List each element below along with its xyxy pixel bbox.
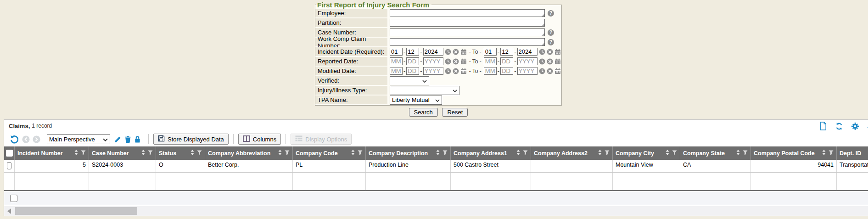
modified-to-yyyy[interactable] (517, 67, 538, 75)
footer-checkbox[interactable] (10, 195, 17, 202)
incident-to-mm[interactable] (484, 48, 497, 56)
filter-funnel-icon[interactable] (442, 150, 448, 157)
reported-to-mm[interactable] (484, 57, 497, 65)
select-all-checkbox[interactable] (6, 150, 13, 157)
column-header-company-address1[interactable]: Company Address1 (450, 146, 531, 160)
claims-actions (819, 122, 868, 130)
clear-icon[interactable] (547, 49, 553, 55)
sort-icon[interactable] (190, 150, 194, 157)
incident-to-yyyy[interactable] (517, 48, 538, 56)
help-icon[interactable]: ? (548, 10, 554, 17)
scrollbar-thumb[interactable] (15, 207, 137, 215)
filter-funnel-icon[interactable] (285, 150, 290, 157)
help-icon[interactable]: ? (548, 39, 554, 45)
column-header-company-code[interactable]: Company Code (292, 146, 365, 160)
new-document-icon[interactable] (819, 122, 827, 130)
lock-icon[interactable] (134, 135, 141, 143)
sort-icon[interactable] (822, 150, 826, 157)
sort-icon[interactable] (436, 150, 440, 157)
modified-from-dd[interactable] (406, 67, 419, 75)
sort-icon[interactable] (666, 150, 669, 157)
column-header-company-postal-code[interactable]: Company Postal Code (750, 146, 836, 160)
column-header-company-description[interactable]: Company Description (365, 146, 450, 160)
column-header-company-abbreviation[interactable]: Company Abbreviation (205, 146, 292, 160)
reported-from-yyyy[interactable] (423, 57, 443, 65)
edit-pencil-icon[interactable] (114, 135, 122, 143)
row-checkbox[interactable] (7, 162, 11, 169)
columns-button[interactable]: Columns (238, 134, 281, 145)
perspective-select[interactable]: Main Perspective (47, 134, 110, 144)
filter-funnel-icon[interactable] (197, 150, 202, 157)
reported-from-mm[interactable] (390, 57, 403, 65)
scroll-left-arrow-icon[interactable] (7, 208, 11, 214)
clock-icon[interactable] (539, 58, 545, 65)
filter-funnel-icon[interactable] (523, 150, 528, 157)
filter-funnel-icon[interactable] (743, 150, 748, 157)
modified-from-mm[interactable] (390, 67, 403, 75)
sort-icon[interactable] (351, 150, 355, 157)
reset-button[interactable]: Reset (442, 108, 468, 117)
reported-to-yyyy[interactable] (517, 57, 538, 65)
work-comp-input[interactable] (390, 38, 545, 46)
incident-from-dd[interactable] (406, 48, 419, 56)
calendar-icon[interactable] (554, 49, 561, 55)
column-header-incident-number[interactable]: Incident Number (14, 146, 89, 160)
sort-icon[interactable] (736, 150, 740, 157)
employee-input[interactable] (390, 9, 545, 17)
filter-funnel-icon[interactable] (605, 150, 610, 157)
calendar-icon[interactable] (460, 68, 467, 74)
table-row[interactable]: 5 S2024-0003 O Better Corp. PL Productio… (4, 160, 868, 173)
filter-funnel-icon[interactable] (829, 150, 834, 157)
incident-to-dd[interactable] (500, 48, 513, 56)
sort-icon[interactable] (598, 150, 602, 157)
column-header-status[interactable]: Status (156, 146, 205, 160)
sort-icon[interactable] (278, 150, 282, 157)
modified-to-dd[interactable] (500, 67, 513, 75)
clock-icon[interactable] (445, 58, 451, 65)
incident-from-mm[interactable] (390, 48, 403, 56)
modified-to-mm[interactable] (484, 67, 497, 75)
calendar-icon[interactable] (554, 68, 561, 74)
calendar-icon[interactable] (460, 49, 467, 55)
horizontal-scrollbar[interactable] (4, 206, 868, 216)
help-icon[interactable]: ? (548, 29, 554, 36)
filter-funnel-icon[interactable] (672, 150, 677, 157)
clock-icon[interactable] (539, 49, 545, 55)
column-header-company-address2[interactable]: Company Address2 (531, 146, 612, 160)
reported-to-dd[interactable] (500, 57, 513, 65)
search-button[interactable]: Search (409, 108, 438, 117)
sort-icon[interactable] (516, 150, 520, 157)
undo-icon[interactable] (10, 135, 19, 144)
clock-icon[interactable] (539, 68, 545, 74)
sort-icon[interactable] (141, 150, 145, 157)
verified-select[interactable] (390, 76, 429, 85)
clear-icon[interactable] (453, 58, 459, 65)
calendar-icon[interactable] (554, 58, 561, 65)
clear-icon[interactable] (547, 58, 553, 65)
filter-funnel-icon[interactable] (148, 150, 153, 157)
store-displayed-data-button[interactable]: Store Displayed Data (153, 134, 229, 145)
reported-from-dd[interactable] (406, 57, 419, 65)
column-header-case-number[interactable]: Case Number (89, 146, 156, 160)
clear-icon[interactable] (453, 49, 459, 55)
gear-icon[interactable] (851, 122, 859, 130)
clock-icon[interactable] (445, 49, 451, 55)
clear-icon[interactable] (453, 68, 459, 74)
filter-funnel-icon[interactable] (81, 150, 86, 157)
calendar-icon[interactable] (460, 58, 467, 65)
clock-icon[interactable] (445, 68, 451, 74)
modified-from-yyyy[interactable] (423, 67, 443, 75)
refresh-icon[interactable] (835, 122, 843, 130)
injury-type-select[interactable] (390, 86, 459, 95)
clear-icon[interactable] (547, 68, 553, 74)
incident-from-yyyy[interactable] (423, 48, 443, 56)
delete-trash-icon[interactable] (124, 135, 131, 143)
partition-input[interactable] (390, 19, 545, 27)
tpa-select[interactable]: Liberty Mutual (390, 95, 442, 105)
column-header-company-city[interactable]: Company City (612, 146, 680, 160)
column-header-dept-id[interactable]: Dept. ID (836, 146, 868, 160)
column-header-company-state[interactable]: Company State (680, 146, 750, 160)
filter-funnel-icon[interactable] (358, 150, 363, 157)
case-number-input[interactable] (390, 28, 545, 36)
sort-icon[interactable] (74, 150, 78, 157)
